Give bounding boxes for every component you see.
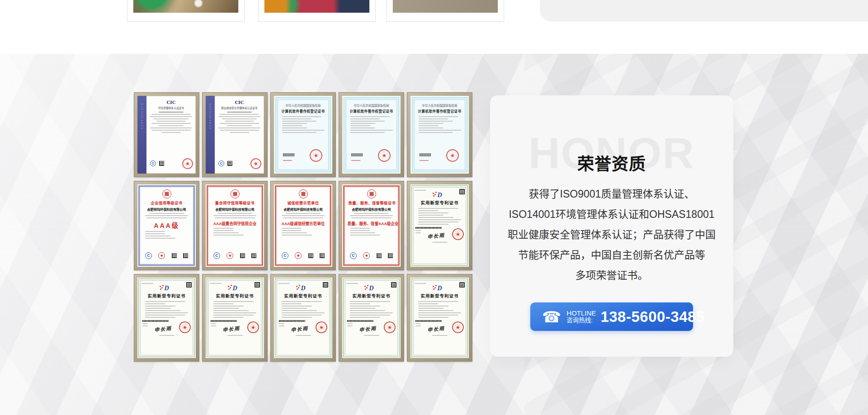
certificate-title: 实用新型专利证书 (278, 292, 328, 299)
director-signature: 申长雨 (427, 324, 445, 333)
certificate-title: 实用新型专利证书 (415, 292, 465, 299)
certification-logo-icon: C (350, 252, 357, 259)
hotline-labels: HOTLINE 咨询热线: (566, 309, 596, 324)
red-star-seal-icon: ★ (445, 148, 460, 163)
red-emblem-icon (231, 189, 240, 198)
certificate-credit-rating: 诚信经营示范单位 合肥珂玛环保科技有限公司 AAA级诚信经营示范单位 C ★ (271, 181, 335, 270)
cnipa-logo-icon: D (415, 192, 465, 199)
star-logo-icon: ★ (226, 252, 233, 259)
registration-number (420, 160, 429, 161)
certification-logo-icon: C (282, 252, 288, 259)
red-star-seal-icon: ★ (181, 157, 194, 170)
award-grade: AAA级诚信经营示范单位 (279, 221, 327, 226)
national-emblem-seal-icon: ★ (451, 321, 464, 334)
certification-logo-icon: C (145, 252, 152, 259)
cic-accreditation-icon: C (218, 160, 224, 166)
cnipa-logo-icon: D (278, 285, 328, 292)
cnipa-logo-icon: D (346, 285, 396, 292)
cnipa-logo-icon: D (415, 285, 465, 292)
director-signature: 申长雨 (427, 231, 445, 240)
red-star-seal-icon: ★ (308, 148, 323, 163)
certificate-credit-rating: 质量、服务、信誉等级证书 合肥珂玛环保科技有限公司 质量、服务、信誉AAA级企业… (339, 181, 404, 270)
star-logo-icon: ★ (363, 252, 370, 259)
cic-accreditation-icon: C (150, 160, 156, 166)
certificate-title: 质量、服务、信誉等级证书 (348, 200, 394, 206)
company-name: 合肥珂玛环保科技有限公司 (212, 207, 258, 212)
director-signature: 申长雨 (222, 324, 240, 333)
section-title: 荣誉资质 (490, 151, 733, 175)
photo-card-3[interactable] (387, 0, 504, 22)
hotline-label-zh: 咨询热线: (566, 317, 596, 324)
certificate-utility-patent: D 实用新型专利证书 申长雨 ★ (271, 274, 335, 361)
national-emblem-seal-icon: ★ (246, 321, 259, 334)
certificate-cic: CERTIFICATE CIC 职业健康安全管理体系认证证书 C ★ (203, 93, 267, 177)
director-signature: 申长雨 (359, 324, 377, 333)
certificate-title: 环境管理体系认证证书 (148, 106, 195, 110)
issuing-authority: 中华人民共和国国家版权局 (347, 103, 396, 108)
hotline-label-en: HOTLINE (566, 309, 596, 317)
red-star-seal-icon: ★ (377, 148, 392, 163)
certificate-title: 实用新型专利证书 (142, 292, 192, 299)
director-signature: 申长雨 (290, 324, 308, 333)
hotline-button[interactable]: ☎ HOTLINE 咨询热线: 138-5600-3485 (530, 302, 693, 331)
red-emblem-icon (162, 189, 171, 198)
photo-card-2[interactable] (258, 0, 376, 22)
qr-code-icon (240, 253, 245, 258)
red-emblem-icon (299, 189, 308, 198)
red-star-seal-icon: ★ (250, 157, 262, 170)
barcode-icon (279, 320, 305, 322)
barcode-icon (283, 153, 295, 156)
award-grade: 质量、服务、信誉AAA级企业 (348, 221, 395, 226)
qr-code-icon (251, 253, 256, 258)
photo-card-1[interactable] (127, 0, 245, 22)
barcode-icon (142, 320, 169, 322)
star-logo-icon: ★ (295, 252, 302, 259)
qr-code-icon (388, 253, 393, 258)
qr-code-icon (183, 253, 188, 258)
certificate-software-copyright: 中华人民共和国国家版权局 计算机软件著作权登记证书 ★ (271, 93, 335, 177)
certificate-title: 重合同守信用等级证书 (212, 200, 258, 206)
certificate-title: 企业信用等级证书 (143, 200, 189, 206)
certificate-software-copyright: 中华人民共和国国家版权局 计算机软件著作权登记证书 ★ (339, 93, 404, 177)
certificate-utility-patent: D 实用新型专利证书 申长雨 ★ (407, 274, 472, 361)
certificate-title: 诚信经营示范单位 (280, 200, 326, 206)
cnipa-logo-icon: D (210, 285, 260, 292)
company-name: 合肥珂玛环保科技有限公司 (281, 207, 326, 212)
registration-number (351, 160, 360, 161)
honor-description: 获得了ISO9001质量管理体系认证、 ISO14001环境管理体系认证和OHS… (504, 184, 720, 286)
certificate-software-copyright: 中华人民共和国国家版权局 计算机软件著作权登记证书 ★ (407, 93, 472, 177)
barcode-icon (347, 320, 373, 322)
certificate-side-band: CERTIFICATE (206, 96, 215, 174)
qr-code-icon (172, 253, 177, 258)
barcode-icon (415, 227, 442, 229)
construction-photo-1 (133, 0, 239, 13)
national-emblem-seal-icon: ★ (451, 227, 464, 241)
page: CERTIFICATE CIC 环境管理体系认证证书 C ★ CERTIFICA… (0, 0, 868, 415)
cic-logo: CIC (215, 99, 264, 105)
registration-number (283, 160, 292, 161)
certificate-utility-patent: D 实用新型专利证书 申长雨 ★ (203, 274, 267, 361)
barcode-icon (415, 320, 442, 322)
national-emblem-seal-icon: ★ (178, 321, 191, 334)
certification-logo-icon: C (213, 252, 220, 259)
qr-code-icon (308, 253, 313, 258)
star-logo-icon: ★ (158, 252, 165, 259)
qr-code-icon (159, 161, 164, 166)
honor-card: HONOR 荣誉资质 获得了ISO9001质量管理体系认证、 ISO14001环… (490, 95, 733, 357)
barcode-icon (420, 153, 431, 156)
certificate-utility-patent: D 实用新型专利证书 申长雨 ★ (339, 274, 404, 361)
construction-photo-2 (264, 0, 370, 13)
certificate-utility-patent: D 实用新型专利证书 申长雨 ★ (134, 274, 199, 361)
cic-logo: CIC (146, 99, 196, 105)
construction-photo-3 (392, 0, 498, 13)
barcode-icon (211, 320, 237, 322)
barcode-icon (351, 153, 363, 156)
qr-code-icon (320, 253, 325, 258)
certificate-title: 实用新型专利证书 (346, 292, 396, 299)
cnipa-logo-icon: D (142, 285, 192, 292)
certificate-title: 计算机软件著作权登记证书 (415, 108, 464, 113)
top-strip (0, 0, 868, 54)
hotline-number: 138-5600-3485 (600, 308, 704, 325)
certificate-grid: CERTIFICATE CIC 环境管理体系认证证书 C ★ CERTIFICA… (134, 93, 472, 361)
honor-section: CERTIFICATE CIC 环境管理体系认证证书 C ★ CERTIFICA… (0, 54, 868, 415)
